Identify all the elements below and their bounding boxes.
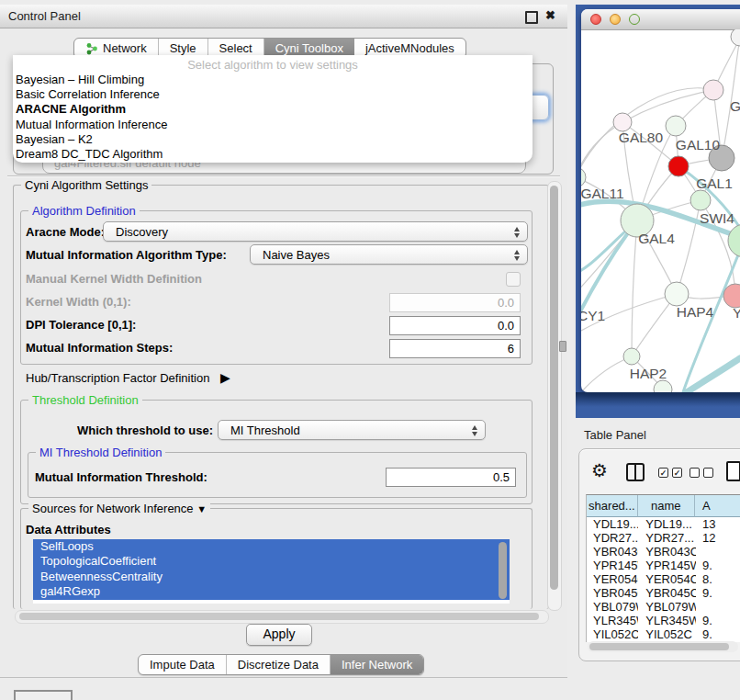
tab-infer-network[interactable]: Infer Network (331, 655, 423, 674)
node-hap4[interactable] (665, 282, 689, 306)
node-selected-red[interactable] (668, 156, 689, 176)
manual-kernel-label: Manual Kernel Width Definition (26, 272, 202, 286)
network-window-titlebar[interactable] (581, 9, 740, 30)
algorithm-option-basic-correlation[interactable]: Basic Correlation Inference (16, 87, 530, 102)
node-label: Y (733, 305, 740, 321)
cyni-bottom-tabbar: Impute Data Discretize Data Infer Networ… (138, 654, 424, 675)
table-row[interactable]: YBR043C YBR043C (587, 545, 740, 559)
apply-button[interactable]: Apply (246, 624, 312, 646)
node-label: SWI4 (700, 210, 734, 226)
table-hscrollbar-thumb[interactable] (589, 643, 729, 650)
dpi-tolerance-label: DPI Tolerance [0,1]: (26, 318, 136, 332)
which-threshold-label: Which threshold to use: (77, 423, 213, 437)
combo-stepper-icon (514, 227, 520, 238)
minimize-traffic-light-icon[interactable] (610, 14, 621, 25)
zoom-traffic-light-icon[interactable] (629, 14, 640, 25)
expand-right-icon[interactable]: ▶ (220, 370, 230, 385)
deselect-all-columns-icon[interactable] (690, 468, 713, 478)
export-table-icon[interactable] (726, 461, 740, 481)
settings-vscrollbar-thumb[interactable] (550, 186, 558, 590)
node-label: GAL80 (619, 130, 664, 145)
list-item[interactable]: TopologicalCoefficient (33, 554, 510, 569)
which-threshold-combo[interactable]: MI Threshold (218, 420, 486, 440)
table-row[interactable]: YDL19... YDL19... 13 (587, 517, 740, 531)
combo-stepper-icon (472, 425, 477, 436)
node-gal1[interactable] (690, 190, 711, 210)
close-icon[interactable]: ✖ (545, 8, 555, 22)
table-row[interactable]: YLR345W YLR345W 9. (587, 614, 740, 627)
column-header-name[interactable]: name (638, 495, 695, 517)
data-attributes-label: Data Attributes (26, 523, 111, 536)
list-item[interactable]: gal4RGexp (33, 584, 510, 599)
data-attributes-list: SelfLoops TopologicalCoefficient Between… (33, 539, 510, 604)
table-panel-title: Table Panel (584, 428, 646, 442)
select-all-columns-icon[interactable]: ✓ ✓ (658, 468, 682, 478)
algorithm-option-dream8[interactable]: Dream8 DC_TDC Algorithm (16, 147, 530, 162)
window-shadow (576, 392, 740, 407)
aracne-mode-combo[interactable]: Discovery (103, 221, 528, 242)
panel-splitter-handle[interactable] (559, 341, 566, 352)
settings-hscrollbar[interactable] (15, 610, 549, 624)
panel-separator (7, 175, 560, 177)
control-panel-title: Control Panel (8, 9, 81, 23)
dpi-tolerance-field[interactable] (389, 316, 521, 335)
column-layout-icon[interactable] (626, 463, 645, 481)
node-label: GAL11 (581, 186, 624, 201)
node-gal80[interactable] (613, 113, 632, 131)
table-row[interactable]: YIL052C YIL052C 9. (587, 627, 740, 641)
hub-definition-toggle[interactable]: Hub/Transcription Factor Definition ▶ (26, 370, 230, 385)
mi-type-combo[interactable]: Naive Bayes (250, 244, 528, 265)
tab-network-label: Network (103, 41, 147, 55)
kernel-width-label: Kernel Width (0,1): (26, 295, 131, 309)
aracne-mode-label: Aracne Mode: (26, 225, 105, 239)
node-gal10[interactable] (666, 116, 686, 136)
mi-steps-field[interactable] (389, 339, 521, 358)
minimized-panel-fragment[interactable] (14, 690, 73, 700)
column-header-clipped[interactable]: A (695, 495, 740, 517)
node-table: shared... name A YDL19... YDL19... 13 YD… (586, 494, 740, 642)
table-header: shared... name A (587, 495, 740, 517)
settings-hscrollbar-thumb[interactable] (19, 613, 539, 620)
node-swi4[interactable] (728, 224, 740, 257)
table-row[interactable]: YER054C YER054C 8. (587, 572, 740, 586)
table-hscrollbar[interactable] (588, 641, 738, 652)
algorithm-option-bayesian-k2[interactable]: Bayesian – K2 (16, 132, 530, 147)
manual-kernel-checkbox[interactable] (506, 272, 521, 287)
mi-threshold-field[interactable] (386, 468, 516, 487)
float-window-icon[interactable] (525, 11, 538, 24)
node-gal11[interactable] (581, 167, 586, 187)
settings-vscrollbar[interactable] (547, 181, 562, 611)
table-row[interactable]: YBR045C YBR045C 9. (587, 586, 740, 600)
algorithm-option-bayesian-hill-climbing[interactable]: Bayesian – Hill Climbing (16, 73, 530, 87)
algorithm-definition-title: Algorithm Definition (28, 204, 140, 218)
node-hap2[interactable] (623, 348, 640, 365)
mi-steps-label: Mutual Information Steps: (26, 341, 173, 355)
table-row[interactable]: YBL079W YBL079W (587, 600, 740, 614)
node[interactable] (703, 80, 723, 100)
mi-threshold-group-title: MI Threshold Definition (36, 446, 165, 459)
node-label: GCY1 (581, 308, 605, 323)
list-item[interactable]: SelfLoops (33, 539, 510, 554)
algorithm-option-aracne[interactable]: ARACNE Algorithm (16, 102, 530, 117)
table-row[interactable]: YDR27... YDR27... 12 (587, 531, 740, 545)
algorithm-option-mutual-information[interactable]: Mutual Information Inference (16, 118, 530, 132)
network-view-window: GAL GAL80 GAL10 GAL1 GAL11 GAL4 SWI4 GCY… (581, 9, 740, 392)
threshold-definition-title: Threshold Definition (28, 393, 142, 407)
node-label: GAL1 (696, 175, 733, 191)
network-canvas[interactable]: GAL GAL80 GAL10 GAL1 GAL11 GAL4 SWI4 GCY… (581, 29, 740, 392)
tab-impute-data[interactable]: Impute Data (139, 655, 227, 674)
table-row[interactable]: YPR145W YPR145W 9. (587, 559, 740, 572)
column-header-shared-name[interactable]: shared... (587, 495, 638, 517)
mi-type-label: Mutual Information Algorithm Type: (26, 248, 227, 262)
list-item[interactable]: BetweennessCentrality (33, 570, 510, 584)
node[interactable] (731, 29, 740, 46)
algorithm-dropdown-popup: Select algorithm to view settings Bayesi… (13, 55, 533, 163)
attributes-scrollbar-thumb[interactable] (499, 542, 507, 599)
control-panel-titlebar[interactable]: Control Panel ✖ (0, 5, 567, 28)
gear-icon[interactable]: ⚙ (591, 459, 608, 481)
node-label: HAP4 (677, 304, 714, 320)
collapse-down-icon[interactable]: ▼ (196, 503, 207, 514)
tab-discretize-data[interactable]: Discretize Data (227, 655, 331, 674)
close-traffic-light-icon[interactable] (590, 14, 601, 25)
screen: Control Panel ✖ Network Style Select Cyn… (0, 0, 740, 700)
